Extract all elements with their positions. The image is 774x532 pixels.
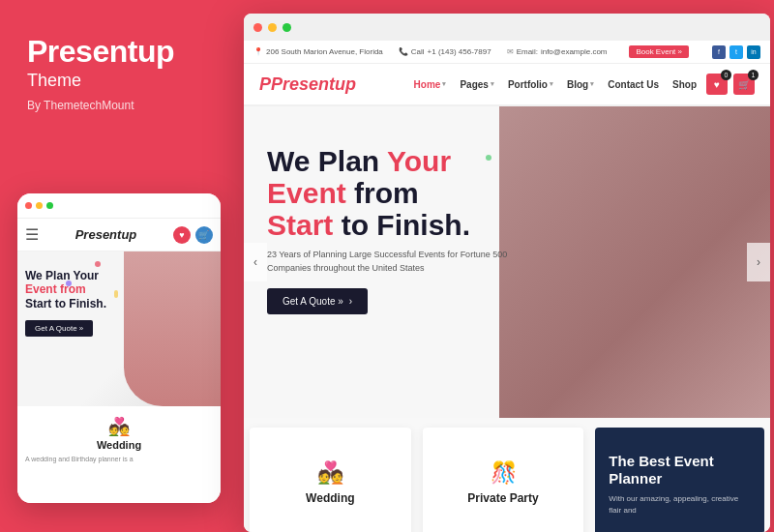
confetti bbox=[95, 261, 101, 267]
mobile-dot-red bbox=[25, 202, 32, 209]
mobile-cart-icon[interactable]: 🛒 bbox=[195, 226, 213, 244]
brand-by: By ThemetechMount bbox=[27, 99, 213, 112]
mobile-wedding-icon: 💑 bbox=[25, 416, 213, 437]
facebook-icon[interactable]: f bbox=[712, 45, 726, 59]
address-info: 📍 206 South Marion Avenue, Florida bbox=[253, 47, 383, 56]
hero-subtext: 23 Years of Planning Large Successful Ev… bbox=[267, 249, 519, 275]
hero-cta-label: Get A Quote » bbox=[283, 296, 343, 307]
site-infobar: 📍 206 South Marion Avenue, Florida 📞 Cal… bbox=[244, 41, 770, 64]
hero-line1-highlight: Your bbox=[387, 145, 451, 177]
mobile-nav-icons: ♥ 🛒 bbox=[173, 226, 213, 244]
nav-portfolio-chevron: ▾ bbox=[550, 80, 553, 88]
confetti bbox=[114, 290, 118, 298]
nav-cart-area: ♥ 0 🛒 1 bbox=[706, 74, 755, 95]
hero-person-bg bbox=[499, 106, 770, 418]
browser-dot-green bbox=[283, 23, 291, 32]
nav-item-portfolio[interactable]: Portfolio ▾ bbox=[508, 79, 553, 90]
mobile-bottom-section: 💑 Wedding A wedding and Birthday planner… bbox=[17, 406, 221, 503]
browser-window: 📍 206 South Marion Avenue, Florida 📞 Cal… bbox=[244, 14, 770, 532]
email-info: ✉ Email: info@example.com bbox=[507, 47, 608, 56]
nav-pages-chevron: ▾ bbox=[491, 80, 494, 88]
mobile-hero-line3: Start to Finish. bbox=[25, 297, 106, 310]
mobile-hero-text: We Plan Your Event from Start to Finish.… bbox=[25, 269, 106, 337]
wishlist-badge: 0 bbox=[721, 70, 731, 80]
private-party-card: 🎊 Private Party bbox=[423, 428, 584, 532]
nav-home-chevron: ▾ bbox=[442, 80, 446, 88]
hero-content: We Plan Your Event from Start to Finish.… bbox=[267, 145, 519, 314]
hero-next-button[interactable]: › bbox=[747, 243, 770, 281]
mobile-logo: Presentup bbox=[75, 227, 137, 242]
nav-portfolio-label: Portfolio bbox=[508, 79, 548, 90]
nav-pages-label: Pages bbox=[460, 79, 488, 90]
address-text: 206 South Marion Avenue, Florida bbox=[266, 47, 383, 56]
hero-prev-button[interactable]: ‹ bbox=[244, 243, 267, 281]
twitter-icon[interactable]: t bbox=[729, 45, 743, 59]
nav-items: Home ▾ Pages ▾ Portfolio ▾ Blog ▾ Contac… bbox=[414, 79, 697, 90]
hero-line3-finish: to Finish. bbox=[333, 209, 470, 241]
email-value: info@example.com bbox=[541, 47, 608, 56]
shopping-cart-icon[interactable]: 🛒 1 bbox=[733, 74, 755, 95]
linkedin-icon[interactable]: in bbox=[747, 45, 760, 59]
phone-icon: 📞 bbox=[399, 47, 408, 56]
nav-home-label: Home bbox=[414, 79, 441, 90]
site-hero: ‹ We Plan Your Event from Start to Finis… bbox=[244, 106, 770, 418]
browser-topbar bbox=[244, 14, 770, 41]
email-label: Email: bbox=[517, 47, 538, 56]
call-info: 📞 Call +1 (143) 456-7897 bbox=[399, 47, 491, 56]
brand-subtitle: Theme bbox=[27, 71, 213, 91]
mobile-hero-line2: Event from bbox=[25, 282, 106, 296]
mobile-user-icon[interactable]: ♥ bbox=[173, 226, 191, 244]
nav-item-shop[interactable]: Shop bbox=[672, 79, 697, 90]
hero-line2-event: Event bbox=[267, 177, 346, 209]
left-panel: Presentup Theme By ThemetechMount ☰ Pres… bbox=[0, 0, 240, 532]
mobile-mockup: ☰ Presentup ♥ 🛒 We Plan Your Event from … bbox=[17, 193, 221, 503]
nav-item-blog[interactable]: Blog ▾ bbox=[567, 79, 594, 90]
call-number: +1 (143) 456-7897 bbox=[428, 47, 491, 56]
mobile-hero-image bbox=[124, 251, 221, 406]
mobile-topbar bbox=[17, 193, 221, 219]
hero-line2-from: from bbox=[346, 177, 419, 209]
nav-shop-label: Shop bbox=[672, 79, 697, 90]
wedding-card-title: Wedding bbox=[306, 491, 354, 505]
private-party-card-icon: 🎊 bbox=[491, 460, 517, 486]
email-icon: ✉ bbox=[507, 47, 514, 56]
mobile-wedding-desc: A wedding and Birthday planner is a bbox=[25, 455, 134, 463]
mobile-dot-green bbox=[46, 202, 53, 209]
browser-dot-red bbox=[253, 23, 262, 32]
book-event-button[interactable]: Book Event » bbox=[629, 45, 689, 58]
private-party-card-title: Private Party bbox=[467, 491, 538, 505]
brand-title: Presentup bbox=[27, 35, 213, 69]
nav-item-pages[interactable]: Pages ▾ bbox=[460, 79, 493, 90]
hero-line1-before: We Plan bbox=[267, 145, 387, 177]
hero-line3-start: Start bbox=[267, 209, 333, 241]
dark-card-desc: With our amazing, appealing, creative fl… bbox=[609, 493, 751, 517]
hero-headline: We Plan Your Event from Start to Finish. bbox=[267, 145, 519, 241]
nav-item-home[interactable]: Home ▾ bbox=[414, 79, 447, 90]
wedding-card: 💑 Wedding bbox=[250, 428, 411, 532]
mobile-dot-yellow bbox=[36, 202, 43, 209]
location-icon: 📍 bbox=[253, 47, 263, 56]
dark-card-title: The Best EventPlanner bbox=[609, 453, 713, 488]
nav-blog-chevron: ▾ bbox=[590, 80, 594, 88]
wedding-card-icon: 💑 bbox=[317, 460, 343, 486]
hamburger-icon[interactable]: ☰ bbox=[25, 225, 39, 244]
social-icons: f t in bbox=[712, 45, 760, 59]
cart-icon[interactable]: ♥ 0 bbox=[706, 74, 728, 95]
nav-blog-label: Blog bbox=[567, 79, 588, 90]
browser-dot-yellow bbox=[268, 23, 277, 32]
nav-contact-label: Contact Us bbox=[608, 79, 659, 90]
site-nav: PPresentup Home ▾ Pages ▾ Portfolio ▾ Bl… bbox=[244, 64, 770, 106]
mobile-hero-line1: We Plan Your bbox=[25, 269, 106, 282]
hero-cta-arrow-icon: › bbox=[349, 296, 352, 307]
cart-badge: 1 bbox=[748, 70, 759, 80]
best-event-planner-card: The Best EventPlanner With our amazing, … bbox=[595, 428, 764, 532]
mobile-hero: We Plan Your Event from Start to Finish.… bbox=[17, 251, 221, 406]
site-bottom: 💑 Wedding 🎊 Private Party The Best Event… bbox=[244, 418, 770, 532]
mobile-nav: ☰ Presentup ♥ 🛒 bbox=[17, 219, 221, 251]
nav-item-contact[interactable]: Contact Us bbox=[608, 79, 659, 90]
hero-cta-button[interactable]: Get A Quote » › bbox=[267, 288, 368, 314]
site-logo: PPresentup bbox=[259, 74, 356, 95]
mobile-wedding-title: Wedding bbox=[25, 439, 213, 451]
dark-card-planner: Planner bbox=[609, 470, 662, 487]
mobile-cta-button[interactable]: Get A Quote » bbox=[25, 320, 93, 337]
